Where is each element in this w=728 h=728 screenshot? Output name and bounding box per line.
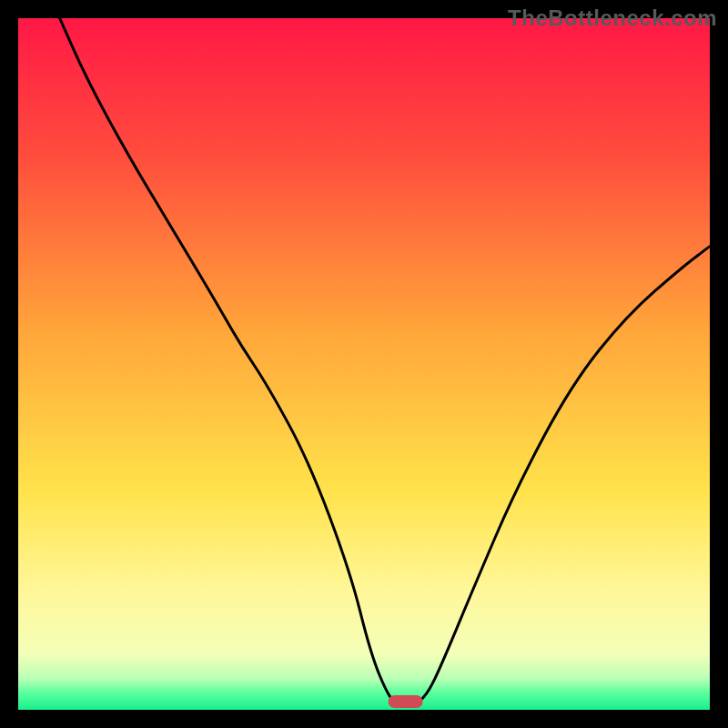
chart-background bbox=[18, 18, 710, 710]
plot-area bbox=[18, 18, 710, 710]
watermark-text: TheBottleneck.com bbox=[508, 5, 717, 31]
minimum-marker bbox=[389, 695, 423, 708]
chart-frame: TheBottleneck.com bbox=[0, 0, 728, 728]
bottleneck-chart bbox=[18, 18, 710, 710]
